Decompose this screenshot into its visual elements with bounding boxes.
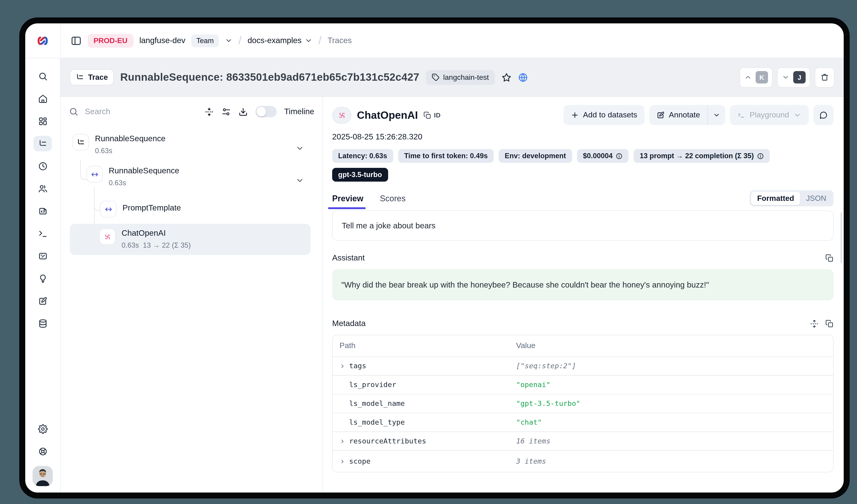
scores-icon[interactable] [33,248,52,264]
home-icon[interactable] [33,91,52,106]
copy-icon [423,111,431,119]
info-icon[interactable] [616,153,623,159]
user-avatar[interactable] [33,466,53,486]
annotation-queues-icon[interactable] [33,293,52,309]
metadata-row-ls-provider: ls_provider "openai" [333,375,833,394]
metadata-row-ls-model-type: ls_model_type "chat" [333,413,833,432]
search-icon [69,107,79,117]
detail-tabs: Preview Scores Formatted JSON [332,190,834,209]
ttft-badge: Time to first token: 0.49s [398,149,494,163]
org-chevron-down-icon[interactable] [225,37,233,45]
timeline-label: Timeline [284,107,314,117]
dashboards-icon[interactable] [33,113,52,129]
chevron-right-icon [339,363,346,369]
search-icon[interactable] [33,68,52,84]
metadata-row-tags[interactable]: tags ["seq:step:2"] [333,357,833,375]
playground-button[interactable]: Playground [730,105,809,125]
evals-icon[interactable] [33,271,52,286]
breadcrumb-separator: / [238,34,241,47]
tracing-icon[interactable] [33,136,52,151]
collapse-node-chevron[interactable] [296,144,304,153]
list-tree-icon [76,73,84,82]
app-window: PROD-EU langfuse-dev Team / docs-example… [19,17,850,499]
format-toggle: Formatted JSON [750,190,834,206]
tag-icon [432,73,439,81]
scrollbar-thumb[interactable] [840,212,842,263]
tree-node-root[interactable]: RunnableSequence0.63s [72,134,166,155]
tree-node-prompt-template[interactable]: PromptTemplate [100,201,181,218]
prompts-icon[interactable] [33,203,52,219]
project-selector[interactable]: docs-examples [248,36,313,46]
playground-icon[interactable] [33,226,52,241]
terminal-icon [737,111,745,119]
shortcut-j: J [793,71,806,84]
tree-node-sequence[interactable]: RunnableSequence0.63s [86,166,179,187]
plus-icon [571,111,579,119]
generation-pinwheel-icon [332,107,351,124]
settings-gear-icon[interactable] [33,421,52,437]
metadata-row-scope[interactable]: scope 3 items [333,450,833,472]
pen-square-icon [656,111,665,119]
column-value: Value [516,341,833,350]
copy-id-button[interactable]: ID [423,111,441,119]
breadcrumb-separator: / [319,34,322,47]
info-icon[interactable] [757,153,764,159]
user-message-text: Tell me a joke about bears [342,221,436,230]
sidebar-rail [25,23,61,492]
model-badge[interactable]: gpt-3.5-turbo [332,168,388,181]
tab-preview[interactable]: Preview [332,194,363,209]
collapse-all-icon[interactable] [204,107,214,116]
timeline-toggle[interactable] [255,106,276,117]
user-message-box: Tell me a joke about bears [332,210,834,241]
sessions-icon[interactable] [33,158,52,174]
metadata-row-resource-attributes[interactable]: resourceAttributes 16 items [333,432,833,450]
metadata-table: Path Value tags ["seq:step:2"] ls_provid… [332,335,834,472]
add-to-datasets-button[interactable]: Add to datasets [564,105,644,125]
trace-type-badge: Trace [70,69,114,85]
panel-toggle-icon[interactable] [71,35,82,46]
tree-search-input[interactable] [84,106,199,117]
cost-badge: $0.00004 [577,149,628,163]
annotate-dropdown-chevron[interactable] [707,105,725,125]
environment-badge: PROD-EU [88,34,134,48]
users-icon[interactable] [33,181,52,196]
copy-metadata-icon[interactable] [825,319,834,328]
trace-nav-buttons: K J [740,67,835,87]
delete-trace-button[interactable] [815,67,835,87]
chat-bubble-icon [819,111,828,119]
metric-badges: Latency: 0.63s Time to first token: 0.49… [332,149,834,163]
comment-button[interactable] [813,105,834,125]
trace-tree: RunnableSequence0.63s RunnableSequence0.… [69,134,314,272]
chevron-down-icon [782,73,790,81]
observation-timestamp: 2025-08-25 15:26:28.320 [332,132,834,142]
copy-assistant-icon[interactable] [825,254,834,262]
tree-connector [80,160,87,180]
collapse-node-chevron[interactable] [296,176,304,185]
shortcut-k: K [756,71,768,84]
assistant-section-header: Assistant [332,253,834,263]
span-arrows-icon [100,201,117,218]
token-usage-badge: 13 prompt → 22 completion (Σ 35) [634,149,770,163]
filter-settings-icon[interactable] [221,107,231,116]
chevron-right-icon [339,458,346,464]
chevron-right-icon [339,438,346,444]
support-icon[interactable] [33,444,52,459]
download-icon[interactable] [238,107,248,116]
knot-logo-icon [36,35,50,46]
next-trace-button[interactable]: J [777,67,810,87]
tab-scores[interactable]: Scores [380,194,406,209]
metadata-table-header: Path Value [333,335,833,357]
tree-node-chatopenai-selected[interactable]: ChatOpenAI 0.63s 13 → 22 (Σ 35) [70,224,310,255]
metadata-row-ls-model-name: ls_model_name "gpt-3.5-turbo" [333,394,833,413]
chevron-up-icon [744,73,752,81]
trace-tag-chip[interactable]: langchain-test [426,70,495,85]
annotate-button[interactable]: Annotate [649,105,707,125]
bookmark-star-icon[interactable] [501,72,511,82]
expand-metadata-icon[interactable] [810,319,819,328]
datasets-icon[interactable] [33,315,52,331]
format-formatted-option[interactable]: Formatted [751,192,800,205]
format-json-option[interactable]: JSON [800,192,832,205]
prev-trace-button[interactable]: K [740,67,773,87]
public-globe-icon[interactable] [518,72,528,82]
observation-tree-panel: Timeline RunnableSequence0.63s [61,97,323,492]
